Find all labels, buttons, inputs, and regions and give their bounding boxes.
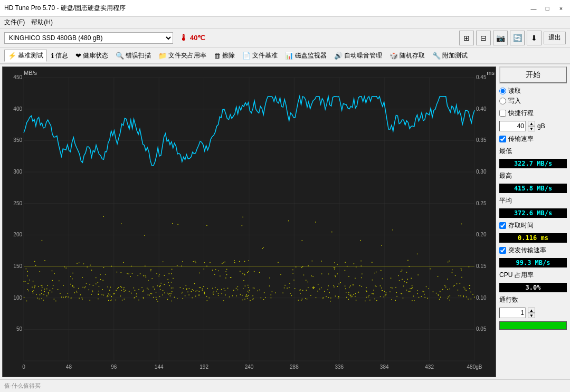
- menu-help[interactable]: 帮助(H): [31, 18, 53, 27]
- noise-icon: 🔊: [334, 52, 343, 60]
- window-title: HD Tune Pro 5.70 - 硬盘/固态硬盘实用程序: [4, 4, 126, 13]
- write-radio-label[interactable]: 写入: [499, 97, 567, 106]
- size-up-button[interactable]: ▲: [528, 121, 535, 126]
- size-input[interactable]: [499, 121, 526, 131]
- file-icon: 📄: [242, 52, 251, 60]
- tab-monitor-label: 磁盘监视器: [295, 51, 327, 60]
- quick-pass-checkbox[interactable]: [499, 110, 506, 117]
- max-label: 最高: [499, 171, 567, 180]
- tab-health-label: 健康状态: [83, 51, 108, 60]
- transfer-rate-checkbox[interactable]: [499, 136, 506, 142]
- maximize-button[interactable]: □: [543, 4, 552, 13]
- status-bar: 值·什么值得买: [0, 379, 570, 392]
- pass-count-input[interactable]: [499, 308, 526, 318]
- tab-noise-label: 自动噪音管理: [344, 51, 382, 60]
- read-radio-label[interactable]: 读取: [499, 87, 567, 95]
- random-icon: 🎲: [390, 52, 398, 60]
- tab-extra-label: 附加测试: [442, 51, 468, 60]
- avg-label: 平均: [499, 196, 567, 205]
- tab-folder-usage[interactable]: 📁 文件夹占用率: [155, 50, 210, 61]
- tab-info[interactable]: ℹ 信息: [48, 50, 71, 61]
- cpu-label: CPU 占用率: [499, 271, 567, 280]
- start-button[interactable]: 开始: [499, 66, 567, 83]
- transfer-rate-label[interactable]: 传输速率: [499, 135, 567, 144]
- temperature-value: 40℃: [190, 34, 205, 42]
- burst-rate-value: 99.3 MB/s: [499, 258, 567, 267]
- tab-benchmark-label: 基准测试: [18, 51, 43, 60]
- progress-text: 1/1: [556, 322, 564, 330]
- min-value: 322.7 MB/s: [499, 159, 567, 168]
- pass-count-label: 通行数: [499, 295, 567, 304]
- size-unit: gB: [537, 122, 545, 130]
- thermometer-icon: 🌡: [179, 33, 188, 43]
- min-label: 最低: [499, 147, 567, 156]
- main-area: 开始 读取 写入 快捷行程 ▲ ▼ gB: [0, 64, 570, 379]
- extra-icon: 🔧: [432, 52, 441, 60]
- cpu-value: 3.0%: [499, 283, 567, 292]
- read-radio[interactable]: [499, 88, 506, 94]
- camera-btn[interactable]: 📷: [493, 31, 508, 45]
- tab-erase-label: 擦除: [222, 51, 235, 60]
- tab-random-label: 随机存取: [400, 51, 425, 60]
- erase-icon: 🗑: [214, 52, 221, 60]
- benchmark-chart: [3, 67, 496, 377]
- pass-count-row: ▲ ▼: [499, 308, 567, 318]
- quick-pass-label[interactable]: 快捷行程: [499, 109, 567, 118]
- progress-bar: 1/1: [499, 321, 567, 330]
- tab-file-label: 文件基准: [252, 51, 278, 60]
- read-label: 读取: [508, 87, 521, 95]
- burst-rate-checkbox[interactable]: [499, 247, 506, 254]
- tab-error-scan[interactable]: 🔍 错误扫描: [112, 50, 154, 61]
- access-time-label[interactable]: 存取时间: [499, 221, 567, 230]
- refresh-btn[interactable]: 🔄: [510, 31, 525, 45]
- burst-rate-text: 突发传输速率: [508, 246, 546, 255]
- health-icon: ❤: [75, 52, 81, 60]
- pass-count-down[interactable]: ▼: [528, 313, 535, 318]
- tab-info-label: 信息: [55, 51, 68, 60]
- tab-folder-label: 文件夹占用率: [168, 51, 206, 60]
- access-time-text: 存取时间: [508, 221, 534, 230]
- menu-bar: 文件(F) 帮助(H): [0, 17, 570, 28]
- tab-benchmark[interactable]: ⚡ 基准测试: [4, 50, 47, 62]
- avg-value: 372.6 MB/s: [499, 208, 567, 218]
- write-radio[interactable]: [499, 98, 506, 104]
- access-time-value: 0.116 ms: [499, 233, 567, 243]
- pass-count-up[interactable]: ▲: [528, 308, 535, 313]
- size-down-button[interactable]: ▼: [528, 126, 535, 131]
- tab-auto-noise[interactable]: 🔊 自动噪音管理: [331, 50, 385, 61]
- temperature-indicator: 🌡 40℃: [179, 33, 205, 43]
- tab-random-access[interactable]: 🎲 随机存取: [386, 50, 428, 61]
- pass-count-spinner: ▲ ▼: [528, 308, 535, 318]
- download-btn[interactable]: ⬇: [527, 31, 542, 45]
- toolbar: KINGHICO SSD 480GB (480 gB) 🌡 40℃ ⊞ ⊟ 📷 …: [0, 28, 570, 47]
- close-button[interactable]: ×: [556, 4, 566, 13]
- title-bar: HD Tune Pro 5.70 - 硬盘/固态硬盘实用程序 — □ ×: [0, 0, 570, 17]
- menu-file[interactable]: 文件(F): [4, 18, 25, 27]
- quick-pass-text: 快捷行程: [508, 109, 534, 118]
- status-text: 值·什么值得买: [4, 382, 41, 390]
- drive-select[interactable]: KINGHICO SSD 480GB (480 gB): [4, 32, 173, 44]
- copy-btn-2[interactable]: ⊟: [476, 31, 491, 45]
- tab-disk-monitor[interactable]: 📊 磁盘监视器: [282, 50, 330, 61]
- tab-file-benchmark[interactable]: 📄 文件基准: [239, 50, 281, 61]
- chart-area: [2, 66, 496, 377]
- benchmark-icon: ⚡: [8, 52, 16, 60]
- tab-erase[interactable]: 🗑 擦除: [211, 50, 238, 61]
- max-value: 415.8 MB/s: [499, 184, 567, 193]
- tab-extra-test[interactable]: 🔧 附加测试: [429, 50, 471, 61]
- transfer-rate-text: 传输速率: [508, 135, 534, 144]
- copy-btn-1[interactable]: ⊞: [459, 31, 474, 45]
- mode-radio-group: 读取 写入: [499, 87, 567, 106]
- access-time-checkbox[interactable]: [499, 222, 506, 229]
- burst-rate-label[interactable]: 突发传输速率: [499, 246, 567, 255]
- folder-icon: 📁: [158, 52, 167, 60]
- size-spinner-buttons: ▲ ▼: [528, 121, 535, 131]
- minimize-button[interactable]: —: [529, 4, 538, 13]
- size-spinner-row: ▲ ▼ gB: [499, 121, 567, 131]
- tab-health[interactable]: ❤ 健康状态: [72, 50, 111, 61]
- monitor-icon: 📊: [285, 52, 293, 60]
- tab-error-scan-label: 错误扫描: [126, 51, 151, 60]
- tabs-bar: ⚡ 基准测试 ℹ 信息 ❤ 健康状态 🔍 错误扫描 📁 文件夹占用率 🗑 擦除 …: [0, 47, 570, 64]
- exit-button[interactable]: 退出: [544, 32, 566, 44]
- write-label: 写入: [508, 97, 521, 106]
